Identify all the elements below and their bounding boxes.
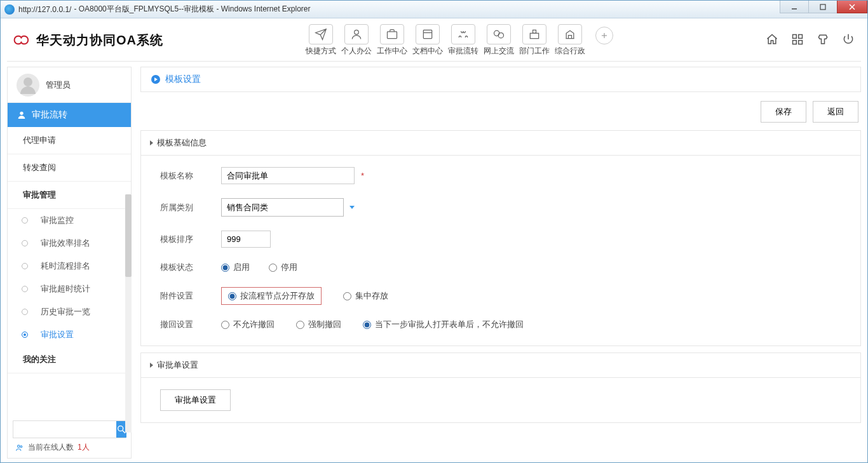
label-recall: 撤回设置 <box>160 319 211 330</box>
svg-point-18 <box>20 112 23 115</box>
radio-attach-central[interactable]: 集中存放 <box>343 290 388 302</box>
radio-attach-split[interactable]: 按流程节点分开存放 <box>228 290 315 302</box>
logo-text: 华天动力协同OA系统 <box>36 32 163 49</box>
label-template-name: 模板名称 <box>160 170 211 182</box>
main-nav: 快捷方式 个人办公 工作中心 文档中心 审批流转 网上交流 部门工作 综合行政 <box>303 24 613 57</box>
sidebar-item-manage[interactable]: 审批管理 <box>8 182 131 209</box>
close-button[interactable] <box>837 1 867 13</box>
nav-department[interactable]: 部门工作 <box>517 24 552 57</box>
svg-rect-1 <box>820 4 825 10</box>
add-nav-button[interactable] <box>595 27 613 44</box>
svg-rect-6 <box>423 30 431 38</box>
save-button[interactable]: 保存 <box>761 101 806 123</box>
svg-point-4 <box>355 30 359 34</box>
svg-rect-15 <box>799 35 803 39</box>
svg-rect-16 <box>793 41 797 44</box>
label-status: 模板状态 <box>160 262 211 273</box>
play-icon <box>151 75 160 84</box>
sidebar-item-follow[interactable]: 我的关注 <box>8 346 131 373</box>
svg-point-19 <box>118 426 123 431</box>
ie-icon <box>4 4 15 15</box>
required-mark: * <box>361 171 364 180</box>
sidebar-scrollbar[interactable] <box>125 194 132 433</box>
subitem-settings[interactable]: 审批设置 <box>8 323 131 346</box>
input-template-name[interactable] <box>221 167 355 184</box>
caret-icon <box>150 140 153 145</box>
breadcrumb: 模板设置 <box>140 67 861 92</box>
minimize-button[interactable] <box>780 1 809 13</box>
panel-basic-info: 模板基础信息 模板名称 * 所属类别 <box>140 130 861 346</box>
chevron-down-icon[interactable] <box>343 198 360 217</box>
subitem-time[interactable]: 耗时流程排名 <box>8 255 131 278</box>
sidebar: 管理员 审批流转 代理申请 转发查阅 审批管理 审批监控 审批效率排名 耗时流程… <box>7 67 132 459</box>
sidebar-section-approval[interactable]: 审批流转 <box>8 103 131 127</box>
subitem-efficiency[interactable]: 审批效率排名 <box>8 232 131 255</box>
caret-icon <box>150 363 153 368</box>
nav-doccenter[interactable]: 文档中心 <box>410 24 445 57</box>
back-button[interactable]: 返回 <box>813 101 858 123</box>
content-area: 模板设置 保存 返回 模板基础信息 模板名称 * <box>140 67 861 459</box>
nav-approval[interactable]: 审批流转 <box>445 24 481 57</box>
user-name: 管理员 <box>46 79 71 91</box>
svg-point-21 <box>18 445 20 447</box>
search-input[interactable] <box>13 421 116 438</box>
svg-rect-10 <box>530 33 538 38</box>
nav-workcenter[interactable]: 工作中心 <box>374 24 410 57</box>
nav-communicate[interactable]: 网上交流 <box>481 24 517 57</box>
logo-icon <box>13 34 31 47</box>
sidebar-item-proxy[interactable]: 代理申请 <box>8 127 131 154</box>
maximize-button[interactable] <box>808 1 837 13</box>
panel-approval-header[interactable]: 审批单设置 <box>141 353 860 378</box>
avatar <box>17 74 39 97</box>
radio-recall-no[interactable]: 不允许撤回 <box>221 319 275 330</box>
window-title: - OA8000平台版_FPLMYSQL5--审批模板 - Windows In… <box>74 4 310 15</box>
label-category: 所属类别 <box>160 202 211 213</box>
sidebar-search <box>13 420 126 438</box>
sidebar-item-forward[interactable]: 转发查阅 <box>8 154 131 182</box>
nav-personal[interactable]: 个人办公 <box>339 24 374 57</box>
panel-approval-form: 审批单设置 审批单设置 <box>140 352 861 423</box>
radio-recall-force[interactable]: 强制撤回 <box>296 319 341 330</box>
nav-shortcut[interactable]: 快捷方式 <box>303 24 339 57</box>
svg-rect-11 <box>533 30 536 33</box>
power-icon[interactable] <box>842 33 855 48</box>
approval-form-settings-button[interactable]: 审批单设置 <box>160 389 231 411</box>
svg-rect-14 <box>793 35 797 39</box>
user-block: 管理员 <box>8 67 131 103</box>
subitem-overtime[interactable]: 审批超时统计 <box>8 278 131 300</box>
home-icon[interactable] <box>766 33 778 48</box>
svg-rect-17 <box>799 41 803 44</box>
input-order[interactable] <box>221 231 271 248</box>
action-row: 保存 返回 <box>140 92 861 124</box>
apps-icon[interactable] <box>791 33 804 48</box>
svg-point-22 <box>20 445 22 447</box>
theme-icon[interactable] <box>817 33 829 48</box>
online-count: 当前在线人数 1人 <box>13 438 126 453</box>
nav-admin[interactable]: 综合行政 <box>552 24 588 57</box>
url-text: http://127.0.0.1/ <box>18 5 71 14</box>
radio-recall-cond[interactable]: 当下一步审批人打开表单后，不允许撤回 <box>363 319 524 330</box>
select-category[interactable] <box>221 198 360 217</box>
label-order: 模板排序 <box>160 234 211 245</box>
label-attach: 附件设置 <box>160 290 211 302</box>
subitem-monitor[interactable]: 审批监控 <box>8 209 131 232</box>
radio-status-enable[interactable]: 启用 <box>221 262 250 273</box>
svg-point-9 <box>498 33 503 38</box>
panel-basic-header[interactable]: 模板基础信息 <box>141 131 860 156</box>
subitem-history[interactable]: 历史审批一览 <box>8 300 131 323</box>
radio-status-disable[interactable]: 停用 <box>269 262 297 273</box>
svg-rect-5 <box>388 32 397 39</box>
app-header: 华天动力协同OA系统 快捷方式 个人办公 工作中心 文档中心 审批流转 网上交流… <box>7 23 861 62</box>
highlight-attach-split: 按流程节点分开存放 <box>221 287 322 305</box>
browser-titlebar: http://127.0.0.1/ - OA8000平台版_FPLMYSQL5-… <box>1 1 867 18</box>
